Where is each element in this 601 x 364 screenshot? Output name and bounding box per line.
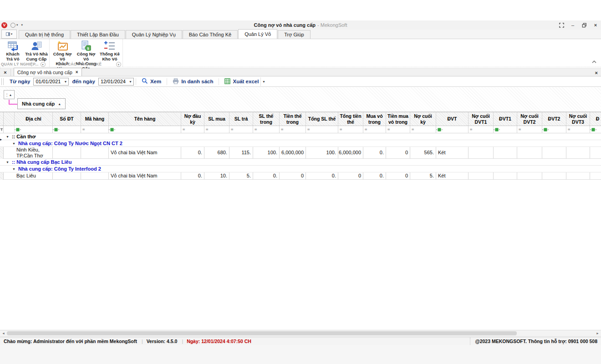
tabstrip-close-button[interactable]: × (0, 68, 11, 76)
panel-close-icon[interactable]: × (595, 70, 598, 76)
cell-mua-vỏ-trong[interactable]: 0. (363, 147, 386, 159)
column-header-đvt2[interactable]: ĐVT2 (542, 112, 566, 126)
column-header-tiền-mua-vỏ-trong[interactable]: Tiền mua vỏ trong (386, 112, 410, 126)
export-excel-button[interactable]: Xuất excel (221, 77, 260, 86)
horizontal-scrollbar[interactable]: ◄ ► (0, 330, 601, 336)
cell-sl-trả[interactable]: 5. (229, 172, 253, 180)
cell-mã-hàng[interactable] (81, 147, 109, 159)
cell-đvt[interactable]: Két (436, 147, 469, 159)
filter-cell-sl-trả[interactable]: = (229, 126, 253, 133)
filter-cell-nợ-cuối-dvt3[interactable]: = (566, 126, 590, 133)
filter-cell-nợ-đầu-kỳ[interactable]: = (181, 126, 204, 133)
scrollbar-thumb[interactable] (7, 331, 517, 335)
filter-cell-tên-hàng[interactable] (109, 126, 181, 133)
chevron-down-icon[interactable]: ▼ (62, 78, 68, 85)
cell-tiền-thế-trong[interactable]: 6,000,000 (280, 147, 306, 159)
filter-cell-đvt[interactable] (436, 126, 469, 133)
chevron-down-icon[interactable]: ▼ (127, 78, 133, 85)
cell-đvt2[interactable] (542, 172, 566, 180)
column-header-nợ-đầu-kỳ[interactable]: Nợ đầu kỳ (181, 112, 204, 126)
scroll-right-arrow-icon[interactable]: ► (594, 332, 601, 335)
view-button[interactable]: Xem (138, 77, 165, 86)
group-row-level1[interactable]: ▸▼:: Cần thơ (0, 133, 601, 140)
tab-close-icon[interactable]: × (76, 70, 78, 75)
ribbon-button-person-return[interactable]: Trả Vỏ Nhà Cung Cấp (25, 40, 48, 62)
cell-đvt2[interactable] (542, 147, 566, 159)
column-header-địa-chỉ[interactable]: Địa chỉ (15, 112, 53, 126)
cell-tiền-mua-vỏ-trong[interactable]: 0 (386, 147, 410, 159)
ribbon-button-document-dollar[interactable]: $Công Nợ Vỏ Nhà Cung Cấp (74, 40, 98, 62)
to-date-combo[interactable]: 12/01/2024 ▼ (98, 78, 134, 86)
cell-số-đt[interactable] (53, 147, 81, 159)
fullscreen-icon[interactable] (559, 22, 564, 28)
ribbon-collapse-chevron-icon[interactable] (592, 57, 596, 65)
filter-cell-tiền-thế-trong[interactable]: = (280, 126, 306, 133)
cell-sl-mua[interactable]: 680. (204, 147, 229, 159)
filter-cell-mã-hàng[interactable]: = (81, 126, 109, 133)
cell-đ[interactable] (590, 147, 601, 159)
column-header-nợ-cuối-dvt3[interactable]: Nợ cuối DVT3 (566, 112, 590, 126)
column-header-mã-hàng[interactable]: Mã hàng (81, 112, 109, 126)
cell-tổng-tiền-thế[interactable]: 6,000,000 (338, 147, 363, 159)
filter-cell-số-đt[interactable] (53, 126, 81, 133)
cell-tổng-sl-thế[interactable]: 0. (306, 172, 338, 180)
ribbon-tab-quản-trị-hệ-thống[interactable]: Quản trị hệ thống (19, 30, 70, 39)
cell-nợ-cuối-kỳ[interactable]: 5. (410, 172, 436, 180)
group-row-level1[interactable]: ▼:: Nhà cung cấp Bạc Liêu (0, 159, 601, 166)
excel-dropdown-caret-icon[interactable]: ▼ (260, 77, 266, 86)
cell-địa-chỉ[interactable]: Bạc Liêu (15, 172, 53, 180)
ribbon-tab-thiết-lập-ban-đầu[interactable]: Thiết Lập Ban Đầu (71, 30, 125, 39)
filter-cell-địa-chỉ[interactable] (15, 126, 53, 133)
filter-cell-nợ-cuối-dvt1[interactable]: = (469, 126, 494, 133)
ribbon-button-chart-frame[interactable]: Công Nợ Vỏ Khách Hàng (51, 40, 74, 62)
column-header-mua-vỏ-trong[interactable]: Mua vỏ trong (363, 112, 386, 126)
minimize-icon[interactable]: – (570, 22, 576, 28)
filter-cell-mua-vỏ-trong[interactable]: = (363, 126, 386, 133)
toolbar-grip[interactable] (1, 78, 4, 85)
filter-cell-nợ-cuối-dvt2[interactable]: = (517, 126, 542, 133)
expand-collapse-icon[interactable]: ▼ (6, 161, 9, 164)
cell-tiền-thế-trong[interactable]: 0 (280, 172, 306, 180)
cell-sl-mua[interactable]: 10. (204, 172, 229, 180)
cell-tên-hàng[interactable]: Vỏ chai bia Việt Nam (109, 172, 181, 180)
filter-cell-đ[interactable] (590, 126, 601, 133)
column-header-tổng-sl-thế[interactable]: Tổng SL thế (306, 112, 338, 126)
group-dialog-launcher-icon[interactable]: ▾ (41, 62, 46, 67)
column-header-đvt[interactable]: ĐVT (436, 112, 469, 126)
cell-nợ-cuối-dvt1[interactable] (469, 172, 494, 180)
column-header-đvt1[interactable]: ĐVT1 (494, 112, 517, 126)
column-header-số-đt[interactable]: Số ĐT (53, 112, 81, 126)
group-row-level2[interactable]: ▼Nhà cung cấp: Công Ty Interfood 2 (0, 166, 601, 172)
filter-cell-nợ-cuối-kỳ[interactable]: = (410, 126, 436, 133)
from-date-combo[interactable]: 01/01/2021 ▼ (33, 78, 69, 86)
column-header-sl-trả[interactable]: SL trả (229, 112, 253, 126)
ribbon-tab-trợ-giúp[interactable]: Trợ Giúp (278, 30, 310, 39)
cell-sl-trả[interactable]: 115. (229, 147, 253, 159)
column-header-đ[interactable]: Đ (590, 112, 601, 126)
ribbon-tab-báo-cáo-thống-kê[interactable]: Báo Cáo Thống Kê (183, 30, 238, 39)
column-header-nợ-cuối-dvt1[interactable]: Nợ cuối DVT1 (469, 112, 494, 126)
cell-mua-vỏ-trong[interactable]: 0. (363, 172, 386, 180)
filter-cell-sl-thế-trong[interactable]: = (253, 126, 280, 133)
cell-nợ-cuối-dvt1[interactable] (469, 147, 494, 159)
cell-đ[interactable] (590, 172, 601, 180)
filter-cell-sl-mua[interactable]: = (204, 126, 229, 133)
column-header-tổng-tiền-thế[interactable]: Tổng tiền thế (338, 112, 363, 126)
ribbon-tab-quản-lý-nghiệp-vụ[interactable]: Quản Lý Nghiệp Vụ (126, 30, 182, 39)
cell-mã-hàng[interactable] (81, 172, 109, 180)
restore-icon[interactable] (581, 22, 587, 28)
cell-nợ-cuối-dvt2[interactable] (517, 172, 542, 180)
cell-nợ-cuối-dvt2[interactable] (517, 147, 542, 159)
cell-tổng-sl-thế[interactable]: 100. (306, 147, 338, 159)
cell-nợ-đầu-kỳ[interactable]: 0. (181, 172, 204, 180)
cell-đvt1[interactable] (494, 147, 517, 159)
filter-cell-tổng-sl-thế[interactable]: = (306, 126, 338, 133)
expand-collapse-icon[interactable]: ▼ (6, 135, 9, 138)
ribbon-app-menu-button[interactable]: ▾ (1, 30, 17, 39)
cell-nợ-cuối-kỳ[interactable]: 565. (410, 147, 436, 159)
group-sort-box[interactable]: : ▲ (4, 90, 15, 99)
column-header-sl-mua[interactable]: SL mua (204, 112, 229, 126)
filter-cell-đvt2[interactable] (542, 126, 566, 133)
cell-đvt1[interactable] (494, 172, 517, 180)
cell-tên-hàng[interactable]: Vỏ chai bia Việt Nam (109, 147, 181, 159)
